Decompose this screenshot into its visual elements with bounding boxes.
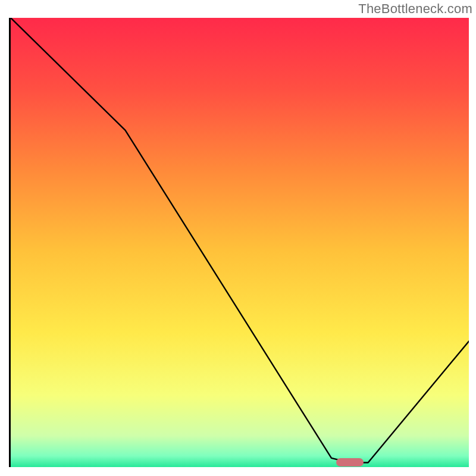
watermark-text: TheBottleneck.com xyxy=(358,1,472,17)
chart-plot-area xyxy=(11,18,467,465)
bottleneck-curve xyxy=(11,18,469,467)
chart-axes-frame xyxy=(9,18,467,467)
optimal-point-marker xyxy=(336,458,364,466)
